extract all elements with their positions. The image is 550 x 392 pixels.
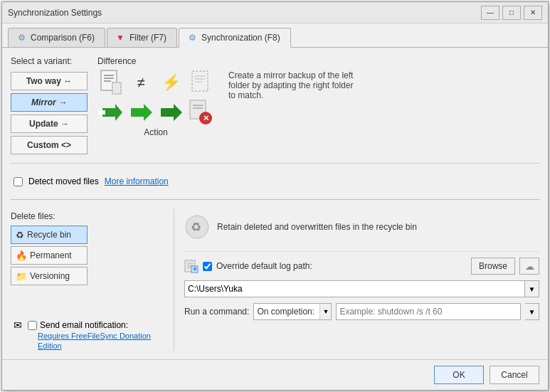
donation-link[interactable]: Requires FreeFileSync Donation Edition bbox=[38, 332, 151, 350]
close-button[interactable]: ✕ bbox=[524, 6, 542, 20]
update-button[interactable]: Update → bbox=[11, 115, 88, 133]
on-completion-arrow: ▼ bbox=[319, 304, 331, 319]
svg-marker-9 bbox=[102, 104, 122, 121]
command-input[interactable] bbox=[336, 303, 521, 320]
main-content: Select a variant: Two way ↔ Mirror → Upd… bbox=[2, 48, 548, 359]
log-path-row: Override default log path: Browse ☁ bbox=[184, 258, 539, 275]
ok-button[interactable]: OK bbox=[434, 366, 484, 384]
svg-marker-12 bbox=[131, 104, 152, 121]
tab-comparison[interactable]: ⚙ Comparison (F6) bbox=[8, 28, 105, 47]
window-title: Synchronization Settings bbox=[8, 8, 481, 18]
versioning-icon: 📁 bbox=[16, 271, 27, 282]
email-checkbox[interactable] bbox=[28, 321, 37, 330]
action-arrow2-icon bbox=[157, 99, 184, 126]
svg-text:♻: ♻ bbox=[191, 221, 201, 234]
custom-label: Custom <> bbox=[27, 140, 71, 150]
detect-moved-label: Detect moved files bbox=[28, 176, 99, 186]
path-input-row: ▼ bbox=[184, 280, 539, 297]
email-icon: ✉ bbox=[11, 319, 25, 331]
window-controls: — □ ✕ bbox=[481, 6, 542, 20]
tab-bar: ⚙ Comparison (F6) ▼ Filter (F7) ⚙ Synchr… bbox=[2, 23, 548, 48]
recycle-desc-text: Retain deleted and overwritten files in … bbox=[217, 222, 417, 232]
recycle-desc-row: ♻ Retain deleted and overwritten files i… bbox=[184, 208, 539, 245]
right-panel: ♻ Retain deleted and overwritten files i… bbox=[174, 208, 539, 351]
svg-text:✕: ✕ bbox=[203, 114, 209, 122]
cloud-icon: ☁ bbox=[525, 261, 534, 272]
title-bar: Synchronization Settings — □ ✕ bbox=[2, 2, 548, 23]
more-info-link[interactable]: More information bbox=[105, 176, 169, 186]
email-row: ✉ Send email notification: bbox=[11, 314, 165, 331]
svg-text:+: + bbox=[100, 108, 104, 116]
tab-comparison-label: Comparison (F6) bbox=[31, 33, 95, 43]
command-row: Run a command: On completion: ▼ ▼ bbox=[184, 303, 539, 320]
diff-neq-icon: ≠ bbox=[127, 69, 154, 96]
permanent-label: Permanent bbox=[30, 250, 72, 260]
mid-divider bbox=[184, 251, 539, 252]
on-completion-select[interactable]: On completion: ▼ bbox=[253, 303, 332, 320]
top-section: Select a variant: Two way ↔ Mirror → Upd… bbox=[11, 56, 539, 154]
donation-row: Requires FreeFileSync Donation Edition bbox=[38, 331, 165, 351]
twoway-label: Two way ↔ bbox=[26, 76, 72, 86]
recycle-large-icon: ♻ bbox=[184, 214, 210, 240]
difference-label: Difference bbox=[97, 56, 136, 66]
diff-action-container: Difference ≠ ⚡ bbox=[97, 56, 214, 154]
update-label: Update → bbox=[29, 119, 69, 129]
lower-divider bbox=[11, 199, 539, 200]
filter-icon: ▼ bbox=[115, 32, 126, 43]
path-dropdown-button[interactable]: ▼ bbox=[525, 280, 539, 297]
cloud-button[interactable]: ☁ bbox=[519, 258, 539, 275]
mirror-label: Mirror → bbox=[31, 97, 67, 107]
action-label: Action bbox=[97, 127, 214, 137]
svg-rect-4 bbox=[112, 83, 121, 94]
versioning-button[interactable]: 📁 Versioning bbox=[11, 267, 88, 285]
mirror-button[interactable]: Mirror → bbox=[11, 93, 88, 112]
permanent-button[interactable]: 🔥 Permanent bbox=[11, 246, 88, 265]
left-panel: Delete files: ♻ Recycle bin 🔥 Permanent … bbox=[11, 208, 174, 351]
tab-sync[interactable]: ⚙ Synchronization (F8) bbox=[179, 28, 291, 48]
diff-right-icon bbox=[187, 69, 214, 96]
command-label: Run a command: bbox=[184, 307, 249, 317]
log-icon bbox=[184, 259, 199, 273]
variant-label: Select a variant: bbox=[11, 56, 89, 66]
tab-filter-label: Filter (F7) bbox=[129, 33, 166, 43]
diff-lightning-icon: ⚡ bbox=[157, 69, 184, 96]
cancel-button[interactable]: Cancel bbox=[490, 366, 539, 384]
footer: OK Cancel bbox=[2, 359, 548, 390]
svg-rect-5 bbox=[192, 71, 208, 91]
variant-section: Select a variant: Two way ↔ Mirror → Upd… bbox=[11, 56, 89, 154]
tab-sync-label: Synchronization (F8) bbox=[201, 33, 280, 43]
action-icons-row: + bbox=[97, 99, 214, 126]
recycle-icon-small: ♻ bbox=[16, 230, 24, 240]
on-completion-label: On completion: bbox=[254, 307, 319, 317]
browse-button[interactable]: Browse bbox=[471, 258, 515, 275]
custom-button[interactable]: Custom <> bbox=[11, 136, 88, 154]
difference-icons-row: ≠ ⚡ bbox=[97, 69, 214, 96]
detect-moved-row: Detect moved files More information bbox=[11, 172, 539, 191]
maximize-button[interactable]: □ bbox=[502, 6, 521, 20]
sync-icon: ⚙ bbox=[186, 32, 198, 43]
permanent-icon: 🔥 bbox=[16, 250, 27, 261]
minimize-button[interactable]: — bbox=[481, 6, 499, 20]
comparison-icon: ⚙ bbox=[16, 32, 27, 43]
diff-left-icon bbox=[97, 69, 125, 96]
top-divider bbox=[11, 163, 539, 164]
recycle-bin-button[interactable]: ♻ Recycle bin bbox=[11, 226, 88, 244]
svg-marker-13 bbox=[161, 104, 182, 121]
description-text: Create a mirror backup of the left folde… bbox=[223, 56, 365, 154]
tab-filter[interactable]: ▼ Filter (F7) bbox=[107, 28, 177, 47]
log-path-checkbox[interactable] bbox=[203, 262, 212, 271]
delete-files-label: Delete files: bbox=[11, 211, 165, 221]
command-dropdown-button[interactable]: ▼ bbox=[525, 303, 539, 320]
action-delete-icon: ✕ bbox=[187, 99, 214, 126]
log-path-label: Override default log path: bbox=[216, 261, 312, 271]
detect-moved-checkbox[interactable] bbox=[14, 177, 23, 186]
action-arrow-icon bbox=[127, 99, 154, 126]
path-input[interactable] bbox=[184, 280, 525, 297]
bottom-section: Delete files: ♻ Recycle bin 🔥 Permanent … bbox=[11, 208, 539, 351]
email-label: Send email notification: bbox=[40, 320, 128, 330]
versioning-label: Versioning bbox=[30, 271, 70, 281]
twoway-button[interactable]: Two way ↔ bbox=[11, 72, 88, 90]
delete-btn-group: ♻ Recycle bin 🔥 Permanent 📁 Versioning bbox=[11, 226, 165, 285]
main-window: Synchronization Settings — □ ✕ ⚙ Compari… bbox=[1, 1, 549, 391]
action-add-icon: + bbox=[97, 99, 125, 126]
